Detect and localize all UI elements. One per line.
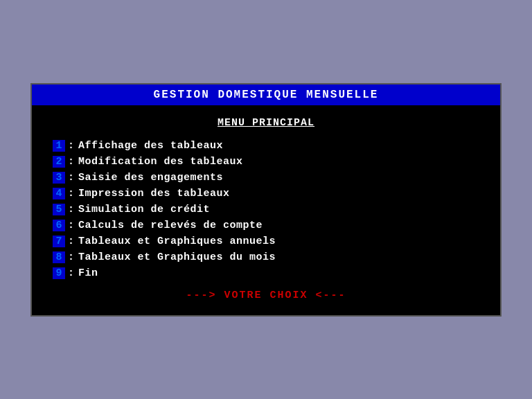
menu-item-3[interactable]: 3 : Saisie des engagements: [53, 172, 479, 184]
separator-1: :: [68, 140, 74, 152]
menu-number-4: 4: [53, 188, 65, 200]
menu-item-6[interactable]: 6 : Calculs de relevés de compte: [53, 220, 479, 231]
menu-item-2[interactable]: 2 : Modification des tableaux: [53, 156, 479, 168]
menu-number-5: 5: [53, 204, 65, 215]
menu-number-1: 1: [53, 140, 65, 152]
separator-3: :: [68, 172, 74, 184]
menu-number-3: 3: [53, 172, 65, 184]
menu-text-4: Impression des tableaux: [78, 188, 230, 200]
separator-6: :: [68, 220, 74, 231]
menu-text-6: Calculs de relevés de compte: [78, 220, 263, 231]
menu-item-7[interactable]: 7 : Tableaux et Graphiques annuels: [53, 236, 479, 247]
menu-number-8: 8: [53, 251, 65, 263]
menu-text-9: Fin: [78, 267, 98, 279]
menu-number-9: 9: [53, 267, 65, 279]
menu-text-7: Tableaux et Graphiques annuels: [78, 236, 276, 247]
menu-text-1: Affichage des tableaux: [78, 140, 223, 152]
separator-5: :: [68, 204, 74, 215]
menu-item-8[interactable]: 8 : Tableaux et Graphiques du mois: [53, 251, 479, 263]
separator-7: :: [68, 236, 74, 247]
separator-9: :: [68, 267, 74, 279]
prompt-text: ---> VOTRE CHOIX <---: [186, 290, 346, 301]
menu-item-9[interactable]: 9 : Fin: [53, 267, 479, 279]
main-content: MENU PRINCIPAL 1 : Affichage des tableau…: [32, 105, 500, 315]
menu-number-7: 7: [53, 236, 65, 247]
menu-item-1[interactable]: 1 : Affichage des tableaux: [53, 140, 479, 152]
menu-text-5: Simulation de crédit: [78, 204, 210, 215]
menu-text-3: Saisie des engagements: [78, 172, 223, 184]
menu-number-6: 6: [53, 220, 65, 231]
menu-text-2: Modification des tableaux: [78, 156, 243, 168]
separator-4: :: [68, 188, 74, 200]
separator-2: :: [68, 156, 74, 168]
app-title: GESTION DOMESTIQUE MENSUELLE: [154, 89, 379, 101]
menu-item-4[interactable]: 4 : Impression des tableaux: [53, 188, 479, 200]
title-bar: GESTION DOMESTIQUE MENSUELLE: [32, 85, 500, 105]
menu-title-container: MENU PRINCIPAL: [53, 116, 479, 129]
menu-number-2: 2: [53, 156, 65, 168]
menu-text-8: Tableaux et Graphiques du mois: [78, 251, 276, 263]
menu-title: MENU PRINCIPAL: [218, 117, 314, 129]
separator-8: :: [68, 251, 74, 263]
menu-item-5[interactable]: 5 : Simulation de crédit: [53, 204, 479, 215]
terminal-window: GESTION DOMESTIQUE MENSUELLE MENU PRINCI…: [30, 83, 502, 317]
prompt-container[interactable]: ---> VOTRE CHOIX <---: [53, 289, 479, 301]
